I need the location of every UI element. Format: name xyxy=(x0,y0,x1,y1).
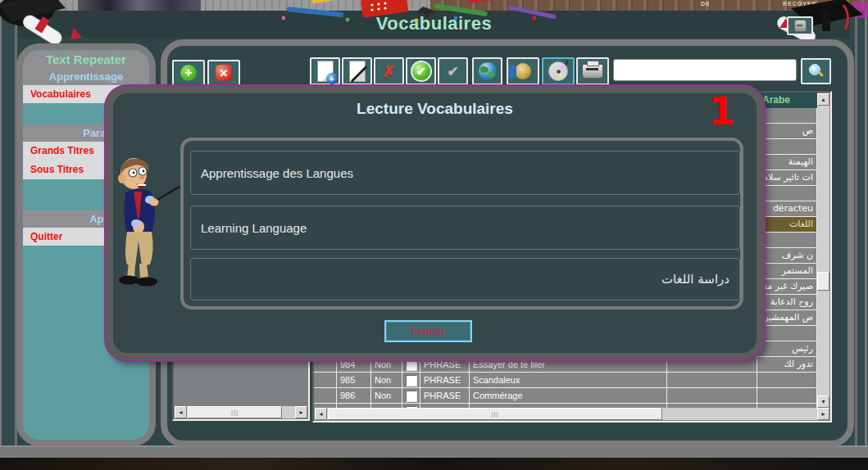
teacher-character xyxy=(109,147,184,288)
table-row[interactable]: 986NonPHRASECommérage xyxy=(314,388,817,404)
checkbox-cell xyxy=(402,373,420,387)
arabe-cell xyxy=(757,233,817,247)
dialog-title: Lecture Vocabulaires xyxy=(113,100,757,118)
green-check-circle-icon: ✔ xyxy=(411,61,432,82)
scroll-thumb[interactable]: ||| xyxy=(188,406,282,418)
delete-record-button[interactable]: ✗ xyxy=(374,57,404,85)
graduation-cap-icon xyxy=(0,0,93,46)
scroll-right-arrow[interactable]: ▸ xyxy=(295,406,307,418)
type-cell: PHRASE xyxy=(420,373,470,387)
scroll-right-arrow[interactable]: ▸ xyxy=(817,408,829,420)
arabe-cell: الهيمنة xyxy=(757,155,817,169)
table-vscrollbar[interactable]: ▴ ▾ xyxy=(817,93,829,408)
arabe-cell: ن شرف xyxy=(757,248,817,263)
extra-cell xyxy=(667,388,757,403)
arabe-cell: ص xyxy=(757,124,817,138)
cd-music-icon xyxy=(548,61,568,81)
notepad-icon xyxy=(794,20,807,32)
checkbox-cell xyxy=(402,388,420,403)
scroll-left-arrow[interactable]: ◂ xyxy=(315,408,327,420)
arabe-cell: ص المهمشين xyxy=(757,310,817,325)
close-dialog-button[interactable]: Fermer xyxy=(384,320,472,342)
row-checkbox[interactable] xyxy=(406,391,417,402)
arabe-cell: رئيس xyxy=(757,341,817,356)
add-button[interactable]: + xyxy=(172,60,205,86)
document-plus-icon: + xyxy=(317,61,334,82)
plus-circle-icon: + xyxy=(180,65,197,81)
edit-record-button[interactable] xyxy=(342,57,372,85)
search-button[interactable] xyxy=(801,58,831,84)
remove-button[interactable]: ✕ xyxy=(207,60,240,86)
id-cell: 986 xyxy=(337,388,371,403)
window-left-edge xyxy=(0,11,18,445)
arabe-cell xyxy=(757,139,817,154)
french-cell: Scandaleux xyxy=(470,373,667,387)
french-cell: Commérage xyxy=(470,388,667,403)
id-cell: 985 xyxy=(337,373,371,387)
check-button[interactable]: ✔ xyxy=(438,57,468,85)
red-x-square-icon: ✕ xyxy=(216,65,232,81)
search-input[interactable] xyxy=(613,59,797,81)
validate-button[interactable]: ✔ xyxy=(406,57,436,85)
globe-icon xyxy=(479,62,497,80)
scroll-up-arrow[interactable]: ▴ xyxy=(817,93,829,106)
titlebar-tool-button[interactable] xyxy=(787,16,813,35)
app-window: DE RECOVER Vocabulaires Text Repeater xyxy=(0,0,868,470)
row-selector-cell xyxy=(314,388,337,403)
red-x-icon: ✗ xyxy=(383,62,396,81)
top-strip-shadow xyxy=(78,0,201,11)
scroll-thumb[interactable] xyxy=(817,272,829,291)
globe-person-icon xyxy=(515,63,531,79)
web-button[interactable] xyxy=(472,57,502,85)
table-row[interactable]: 985NonPHRASEScandaleux xyxy=(314,373,817,388)
audio-cell: Non xyxy=(371,388,402,403)
english-field[interactable]: Learning Language xyxy=(190,206,740,250)
scroll-down-arrow[interactable]: ▾ xyxy=(817,395,829,408)
arabe-cell: روح الدعابة xyxy=(757,295,817,310)
new-record-button[interactable]: + xyxy=(310,57,340,85)
document-pencil-icon xyxy=(349,61,366,82)
magnifier-icon xyxy=(809,64,824,79)
audio-cell: Non xyxy=(371,373,402,387)
row-selector-cell xyxy=(314,373,337,387)
arabe-cell xyxy=(757,373,817,387)
tree-hscrollbar[interactable]: ◂ ||| ▸ xyxy=(175,406,307,418)
arabe-cell xyxy=(757,186,817,201)
arabe-cell: اللغات xyxy=(757,217,817,232)
arabe-cell: المستمر xyxy=(757,264,817,278)
printer-icon xyxy=(582,64,603,79)
arabe-cell: تدور لك xyxy=(757,357,817,372)
school-supplies-decor xyxy=(262,0,566,26)
dialog-step-badge: 1 xyxy=(708,88,735,133)
sidebar-section-apprentissage: Apprentissage xyxy=(23,69,149,85)
arabe-cell xyxy=(757,108,817,123)
arabe-cell xyxy=(757,326,817,341)
arabe-cell: صيرك غير معروف xyxy=(757,279,817,294)
scroll-left-arrow[interactable]: ◂ xyxy=(175,406,187,418)
scroll-thumb[interactable]: ||| xyxy=(328,408,662,420)
row-checkbox[interactable] xyxy=(406,375,417,386)
row-checkbox[interactable] xyxy=(406,359,417,371)
arabe-cell: ات تاثير سلامي xyxy=(757,170,817,185)
french-field[interactable]: Apprentissage des Langues xyxy=(190,151,740,195)
gray-check-icon: ✔ xyxy=(447,63,458,80)
type-cell: PHRASE xyxy=(420,388,470,403)
desktop-strip xyxy=(0,458,868,470)
extra-cell xyxy=(667,373,757,387)
lecture-dialog: Lecture Vocabulaires 1 Apprentissage des… xyxy=(106,86,764,360)
strip-text: DE xyxy=(701,1,711,7)
table-hscrollbar[interactable]: ◂ ||| ▸ xyxy=(315,408,829,420)
arabe-cell xyxy=(757,388,817,403)
audio-button[interactable] xyxy=(542,57,575,85)
arabe-cell: déracteu xyxy=(757,201,817,216)
column-header-arabe[interactable]: Arabe xyxy=(757,93,817,108)
arabic-field[interactable]: دراسة اللغات xyxy=(190,258,740,301)
sidebar-title: Text Repeater xyxy=(23,51,149,69)
translate-button[interactable] xyxy=(507,57,539,85)
print-button[interactable] xyxy=(576,57,609,85)
